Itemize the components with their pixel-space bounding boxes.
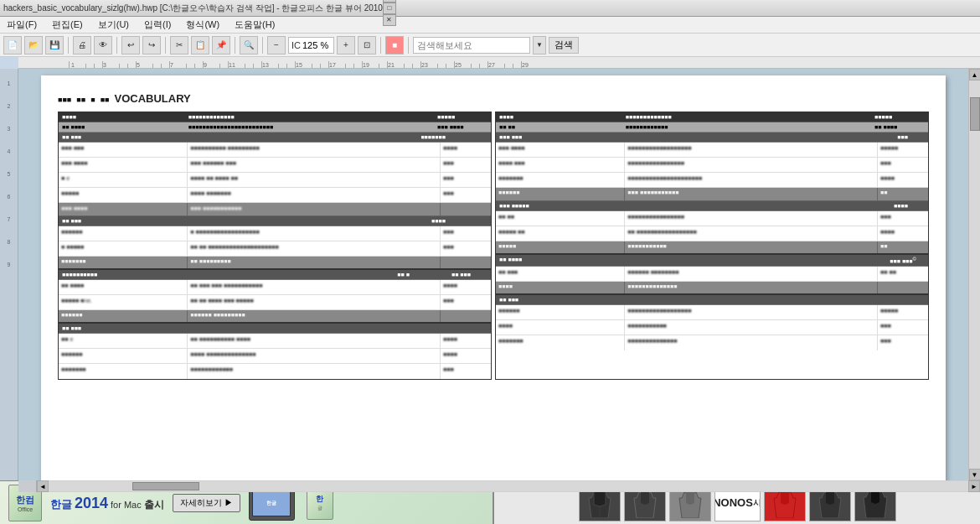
table-header-left: ■■■■ ■■■■■■■■■■■■■ ■■■■■ bbox=[59, 112, 491, 122]
cut-button[interactable]: ✂ bbox=[170, 36, 188, 54]
menu-file[interactable]: 파일(F) bbox=[3, 17, 40, 33]
section4-header: ■■ ■■■ bbox=[59, 324, 491, 334]
menu-format[interactable]: 형식(W) bbox=[183, 17, 223, 33]
scroll-left-button[interactable]: ◄ bbox=[37, 480, 49, 492]
new-button[interactable]: 📄 bbox=[3, 36, 22, 54]
sep2 bbox=[116, 37, 117, 54]
table-header-right: ■■■■ ■■■■■■■■■■■■■ ■■■■■ bbox=[496, 112, 928, 122]
zoom-value: 125 % bbox=[302, 40, 328, 50]
col-header-1: ■■■■ bbox=[62, 114, 185, 120]
maximize-button[interactable]: □ bbox=[383, 3, 396, 14]
table-subheader-left: ■■ ■■■■ ■■■■■■■■■■■■■■■■■■■■■■■■ ■■■ ■■■… bbox=[59, 122, 491, 132]
sep7 bbox=[408, 37, 409, 54]
search-dropdown[interactable]: ▼ bbox=[533, 36, 546, 54]
right-section3: ■■ ■■■■ ■■■ ■■■© bbox=[496, 255, 928, 267]
right-section4: ■■ ■■■ bbox=[496, 295, 928, 305]
table-row: ■■■■■■■ ■■■■■■■■■■■■■■ ■■■ bbox=[496, 335, 928, 350]
ad-text: 한글 2014 for Mac 출시 bbox=[50, 495, 164, 512]
table-row: ■■ ■■■■ ■■ ■■■ ■■■ ■■■■■■■■■■■ ■■■■ bbox=[59, 280, 491, 295]
table-row: ■■ ■■■ ■■■■■■ ■■■■■■■■ ■■ ■■ bbox=[496, 267, 928, 282]
sep4 bbox=[235, 37, 235, 54]
ruler-marks: 1 3 5 7 9 11 13 15 17 19 bbox=[18, 57, 980, 68]
find-button[interactable]: 🔍 bbox=[240, 36, 258, 54]
table-row: ■ e ■■■■ ■■ ■■■■ ■■ ■■■ bbox=[59, 173, 491, 188]
page-numbers: 1 2 3 4 5 6 7 8 9 bbox=[8, 80, 11, 267]
scroll-thumb[interactable] bbox=[970, 97, 980, 131]
title-bar: hackers_basic_vocabulary_sizlg(hw).hwp [… bbox=[0, 0, 980, 17]
table-row-dark: ■■■■■■ ■■■■■■ ■■■■■■■■■ bbox=[59, 310, 491, 324]
scroll-down-button[interactable]: ▼ bbox=[969, 469, 981, 480]
doc-title-row: ■■■ ■■ ■ ■■ VOCABULARY bbox=[58, 92, 929, 105]
search-button[interactable]: 검색 bbox=[549, 37, 579, 54]
highlight-button[interactable]: ■ bbox=[385, 36, 404, 54]
doc-page: ■■■ ■■ ■ ■■ VOCABULARY ■■■■ ■■■■■■■■■■■■… bbox=[41, 75, 946, 480]
table-row: ■■■■■ ■■■■ ■■■■■■■ ■■■ bbox=[59, 188, 491, 203]
section1-header: ■■ ■■■ ■■■ ■■■■ bbox=[59, 132, 491, 143]
hscroll-track[interactable] bbox=[49, 481, 968, 491]
table-row: ■ ■■■■■ ■■ ■■ ■■■■■■■■■■■■■■■■■■■■ ■■■ bbox=[59, 241, 491, 257]
table-row: ■■■■ ■■■ ■■■■■■■■■■■■■■■■ ■■■ bbox=[496, 158, 928, 173]
menu-help[interactable]: 도움말(H) bbox=[231, 17, 278, 33]
table-row: ■■■ ■■■■ ■■■■■■■■■■■■■■■■■■ ■■■■■ bbox=[496, 143, 928, 158]
table-subheader-right: ■■ ■■ ■■■■■■■■■■■■ ■■ ■■■■ bbox=[496, 122, 928, 132]
doc-area: ■■■ ■■ ■ ■■ VOCABULARY ■■■■ ■■■■■■■■■■■■… bbox=[18, 69, 968, 480]
table-row-dark: ■■■■■■ ■■■ ■■■■■■■■■■■ ■■ bbox=[496, 188, 928, 201]
table-row: ■■■■■ ■■ ■■ ■■■■■■■■■■■■■■■■■ ■■■■ bbox=[496, 226, 928, 241]
sep1 bbox=[68, 37, 69, 54]
table-rows-left: ■■■ ■■■ ■■■■■■■■■■ ■■■■■■■■■ ■■■■ ■■■ ■■… bbox=[59, 143, 491, 379]
section3-header: ■■■■■■■■■■ ■■ ■■■ ■■ ■ bbox=[59, 270, 491, 280]
search-input[interactable] bbox=[413, 37, 530, 54]
table-row-dark: ■■■■■■■ ■■ ■■■■■■■■■ bbox=[59, 257, 491, 270]
left-sidebar: 1 2 3 4 5 6 7 8 9 bbox=[0, 69, 18, 480]
bottom-scrollbar[interactable]: ◄ ► bbox=[18, 480, 980, 492]
sep3 bbox=[165, 37, 166, 54]
left-table: ■■■■ ■■■■■■■■■■■■■ ■■■■■ ■■ ■■■■ ■■■■■■■… bbox=[58, 112, 492, 380]
scroll-up-button[interactable]: ▲ bbox=[969, 69, 981, 80]
close-button[interactable]: ✕ bbox=[383, 14, 396, 26]
doc-title: VOCABULARY bbox=[115, 92, 191, 105]
redo-button[interactable]: ↪ bbox=[142, 36, 161, 54]
zoom-fit-button[interactable]: ⊡ bbox=[358, 36, 376, 54]
table-row: ■■■■■ ■ne. ■■ ■■ ■■■■ ■■■ ■■■■■ ■■■ bbox=[59, 295, 491, 310]
right-table: ■■■■ ■■■■■■■■■■■■■ ■■■■■ ■■ ■■ ■■■■■■■■■… bbox=[495, 112, 929, 380]
table-row: ■■ e ■■ ■■■■■■■■■■ ■■■■ ■■■■ bbox=[59, 334, 491, 349]
table-row: ■■■■■■ ■■■■ ■■■■■■■■■■■■■■ ■■■■ bbox=[59, 349, 491, 364]
sep5 bbox=[262, 37, 263, 54]
table-row: ■■ ■■ ■■■■■■■■■■■■■■■■ ■■■ bbox=[496, 211, 928, 226]
menu-bar: 파일(F) 편집(E) 보기(U) 입력(I) 형식(W) 도움말(H) bbox=[0, 17, 980, 34]
zoom-out-button[interactable]: − bbox=[267, 36, 286, 54]
section2-header: ■■ ■■■ ■■■■ bbox=[59, 216, 491, 226]
preview-button[interactable]: 👁 bbox=[94, 36, 112, 54]
table-row-dark: ■■■■■ ■■■■■■■■■■■ ■■ bbox=[496, 241, 928, 255]
zoom-box: IC 125 % bbox=[288, 37, 334, 54]
title-text: hackers_basic_vocabulary_sizlg(hw).hwp [… bbox=[3, 3, 383, 14]
bottom-scroll-corner bbox=[18, 480, 37, 492]
paste-button[interactable]: 📌 bbox=[212, 36, 230, 54]
doc-tables: ■■■■ ■■■■■■■■■■■■■ ■■■■■ ■■ ■■■■ ■■■■■■■… bbox=[58, 112, 929, 380]
sep6 bbox=[380, 37, 381, 54]
menu-insert[interactable]: 입력(I) bbox=[141, 17, 174, 33]
undo-button[interactable]: ↩ bbox=[121, 36, 140, 54]
open-button[interactable]: 📂 bbox=[24, 36, 43, 54]
zoom-prefix: IC bbox=[291, 40, 301, 50]
scroll-right-button[interactable]: ► bbox=[968, 480, 980, 492]
hscroll-thumb[interactable] bbox=[132, 482, 199, 490]
ad-cta-button[interactable]: 자세히보기 ▶ bbox=[173, 494, 240, 512]
print-button[interactable]: 🖨 bbox=[73, 36, 91, 54]
table-row: ■■■■■■ ■■■■■■■■■■■■■■■■■■ ■■■■■ bbox=[496, 305, 928, 320]
menu-view[interactable]: 보기(U) bbox=[95, 17, 132, 33]
menu-edit[interactable]: 편집(E) bbox=[49, 17, 86, 33]
right-scrollbar[interactable]: ▲ ▼ bbox=[968, 69, 980, 480]
table-row-section: ■■■ ■■■■ ■■■ ■■■■■■■■■■■ bbox=[59, 203, 491, 216]
col-header-3: ■■■■■ bbox=[437, 114, 487, 120]
toolbar: 📄 📂 💾 🖨 👁 ↩ ↪ ✂ 📋 📌 🔍 − IC 125 % + ⊡ ■ ▼… bbox=[0, 34, 980, 57]
table-row: ■■■■■■■ ■■■■■■■■■■■■■■■■■■■■■ ■■■■ bbox=[496, 173, 928, 188]
table-row: ■■■ ■■■ ■■■■■■■■■■ ■■■■■■■■■ ■■■■ bbox=[59, 143, 491, 158]
title-controls: ─ □ ✕ bbox=[383, 0, 396, 26]
copy-button[interactable]: 📋 bbox=[191, 36, 209, 54]
table-row-dark: ■■■■ ■■■■■■■■■■■■■■ bbox=[496, 282, 928, 295]
scroll-track[interactable] bbox=[969, 80, 980, 469]
zoom-in-button[interactable]: + bbox=[337, 36, 355, 54]
save-button[interactable]: 💾 bbox=[45, 36, 64, 54]
right-section1: ■■■ ■■■ ■■■ bbox=[496, 132, 928, 143]
